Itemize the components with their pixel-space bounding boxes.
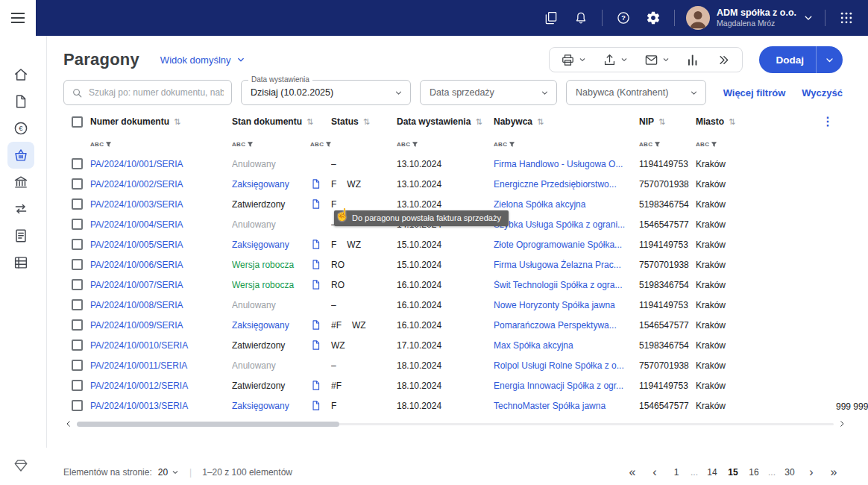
analytics-button[interactable]: [678, 48, 708, 72]
sort-icon[interactable]: ⇅: [537, 117, 544, 127]
issue-date-filter[interactable]: Data wystawienia Dzisiaj (10.02.2025): [241, 80, 411, 105]
document-number-link[interactable]: PA/2024/10/003/SERIA: [90, 199, 232, 210]
row-checkbox[interactable]: [72, 340, 83, 351]
related-invoice-icon[interactable]: [310, 198, 321, 210]
last-page-button[interactable]: »: [825, 463, 843, 481]
row-checkbox[interactable]: [72, 319, 83, 331]
row-checkbox[interactable]: [72, 400, 83, 411]
buyer-link[interactable]: TechnoMaster Spółka jawna: [494, 401, 639, 411]
settings-button[interactable]: [639, 3, 667, 33]
buyer-link[interactable]: Nowe Horyzonty Spółka jawna: [494, 300, 639, 310]
apps-grid-button[interactable]: [832, 3, 861, 33]
buyer-link[interactable]: Firma Handlowo - Usługowa O...: [494, 159, 639, 169]
buyer-link[interactable]: Energiczne Przedsiębiorstwo...: [494, 179, 639, 190]
sort-icon[interactable]: ⇅: [363, 117, 370, 127]
document-number-link[interactable]: PA/2024/10/0011/SERIA: [90, 360, 232, 371]
sidebar-item-home[interactable]: [7, 61, 34, 88]
buyer-link[interactable]: Świt Technologii Spółka z ogra...: [494, 280, 639, 290]
related-invoice-icon[interactable]: [310, 279, 321, 290]
row-checkbox[interactable]: [72, 380, 83, 391]
sidebar-item-bank[interactable]: [7, 169, 34, 195]
sort-icon[interactable]: ⇅: [475, 117, 482, 127]
sidebar-item-invoices[interactable]: [7, 222, 34, 249]
row-checkbox[interactable]: [72, 299, 83, 310]
row-checkbox[interactable]: [72, 360, 83, 371]
next-page-button[interactable]: ›: [802, 463, 820, 481]
column-filter-button[interactable]: ABC: [232, 141, 254, 148]
related-invoice-icon[interactable]: [310, 319, 321, 331]
buyer-link[interactable]: Rolpol Usługi Rolne Spółka z o...: [494, 360, 639, 371]
account-menu[interactable]: ADM spółka z o.o. Magdalena Mróz: [682, 6, 818, 30]
buyer-link[interactable]: Pomarańczowa Perspektywa...: [494, 320, 639, 331]
help-button[interactable]: ?: [609, 3, 638, 33]
document-number-link[interactable]: PA/2024/10/007/SERIA: [90, 280, 232, 290]
page-button-14[interactable]: 14: [704, 463, 720, 481]
print-button[interactable]: [553, 48, 594, 72]
first-page-button[interactable]: «: [623, 463, 641, 481]
select-all-checkbox[interactable]: [72, 116, 83, 128]
scroll-left-button[interactable]: [63, 419, 74, 429]
buyer-link[interactable]: Max Spółka akcyjna: [494, 340, 639, 351]
document-number-link[interactable]: PA/2024/10/0013/SERIA: [90, 401, 232, 411]
document-number-link[interactable]: PA/2024/10/002/SERIA: [90, 179, 232, 190]
column-filter-button[interactable]: ABC: [397, 141, 418, 148]
document-number-link[interactable]: PA/2024/10/0010/SERIA: [90, 340, 232, 351]
buyer-link[interactable]: Złote Oprogramowanie Spółka...: [494, 240, 639, 250]
sort-icon[interactable]: ⇅: [174, 117, 180, 127]
sidebar-item-documents[interactable]: [7, 88, 34, 115]
page-button-16[interactable]: 16: [746, 463, 762, 481]
document-number-link[interactable]: PA/2024/10/0012/SERIA: [90, 381, 232, 391]
sidebar-item-transfers[interactable]: [7, 195, 34, 222]
row-checkbox[interactable]: [72, 239, 83, 250]
clear-filters-link[interactable]: Wyczyść: [802, 87, 843, 98]
related-invoice-icon[interactable]: [310, 259, 321, 270]
document-number-link[interactable]: PA/2024/10/008/SERIA: [90, 300, 232, 310]
column-options-button[interactable]: ⋮: [822, 116, 834, 128]
column-filter-button[interactable]: ABC: [310, 141, 331, 148]
buyer-link[interactable]: Energia Innowacji Spółka z ogr...: [494, 381, 639, 391]
sidebar-item-finance[interactable]: €: [7, 115, 34, 142]
column-header-nabywca[interactable]: Nabywca⇅: [494, 116, 639, 127]
row-checkbox[interactable]: [72, 158, 83, 169]
related-invoice-icon[interactable]: [310, 380, 321, 391]
sort-icon[interactable]: ⇅: [306, 117, 313, 127]
document-number-link[interactable]: PA/2024/10/009/SERIA: [90, 320, 232, 331]
notifications-button[interactable]: [567, 3, 595, 33]
sidebar-item-receipts[interactable]: [7, 142, 34, 169]
column-filter-button[interactable]: ABC: [90, 141, 112, 148]
document-number-link[interactable]: PA/2024/10/001/SERIA: [90, 159, 232, 169]
page-button-30[interactable]: 30: [781, 463, 798, 481]
scroll-right-button[interactable]: [837, 419, 847, 429]
page-button-1[interactable]: 1: [668, 463, 685, 481]
related-invoice-icon[interactable]: [310, 178, 321, 190]
column-filter-button[interactable]: ABC: [494, 141, 515, 148]
document-number-link[interactable]: PA/2024/10/006/SERIA: [90, 260, 232, 270]
add-button[interactable]: Dodaj: [759, 46, 816, 73]
page-button-15[interactable]: 15: [725, 463, 741, 481]
view-selector[interactable]: Widok domyślny: [160, 54, 245, 66]
column-header-numer-dokumentu[interactable]: Numer dokumentu⇅: [90, 116, 232, 127]
documents-shortcut-button[interactable]: [537, 3, 565, 33]
column-header-nip[interactable]: NIP⇅: [639, 116, 696, 127]
related-invoice-icon[interactable]: [310, 340, 321, 351]
hamburger-menu-button[interactable]: [11, 13, 25, 23]
search-box[interactable]: [63, 80, 232, 105]
buyer-filter[interactable]: Nabywca (Kontrahent): [566, 80, 706, 105]
buyer-link[interactable]: Szybka Usługa Spółka z ograni...: [494, 219, 639, 230]
sidebar-item-registers[interactable]: [7, 249, 34, 276]
row-checkbox[interactable]: [72, 178, 83, 190]
more-actions-button[interactable]: [708, 48, 739, 72]
scrollbar-thumb[interactable]: [77, 422, 339, 427]
buyer-link[interactable]: Firma Usługowa Żelazna Prac...: [494, 260, 639, 270]
row-checkbox[interactable]: [72, 219, 83, 230]
gem-icon[interactable]: [13, 457, 29, 477]
buyer-link[interactable]: Zielona Spółka akcyjna: [494, 199, 639, 210]
document-number-link[interactable]: PA/2024/10/005/SERIA: [90, 240, 232, 250]
email-button[interactable]: [636, 48, 678, 72]
related-invoice-icon[interactable]: [310, 400, 321, 411]
sale-date-filter[interactable]: Data sprzedaży: [420, 80, 557, 105]
export-button[interactable]: [594, 48, 636, 72]
sort-icon[interactable]: ⇅: [729, 117, 735, 127]
row-checkbox[interactable]: [72, 259, 83, 270]
column-header-stan-dokumentu[interactable]: Stan dokumentu⇅: [232, 116, 310, 127]
